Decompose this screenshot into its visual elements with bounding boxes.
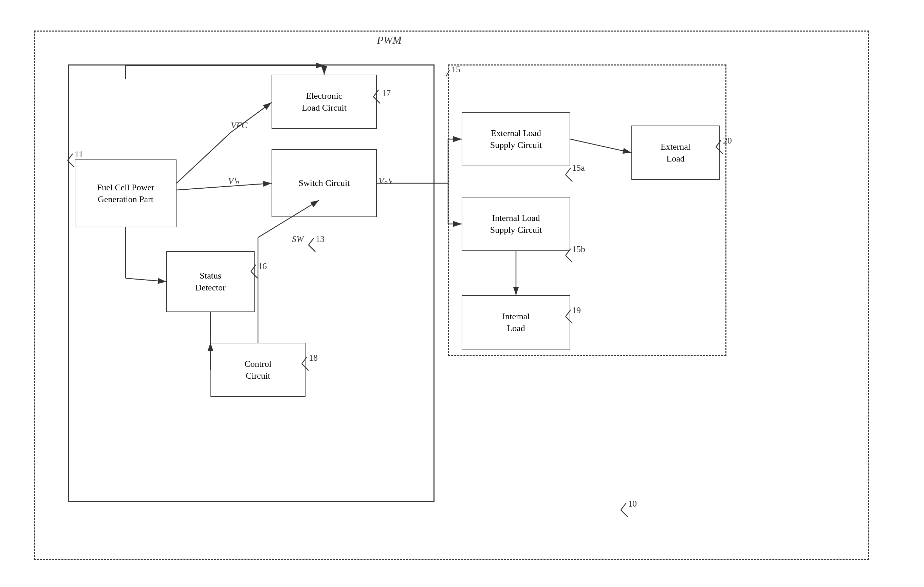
label-19: 19 <box>572 305 581 315</box>
label-16: 16 <box>258 261 267 272</box>
label-20: 20 <box>723 136 732 146</box>
label-15b: 15b <box>572 244 585 254</box>
label-vout: Vₒᴵₜ <box>378 176 392 186</box>
internal-load-supply-block: Internal LoadSupply Circuit <box>462 197 570 251</box>
label-13: 13 <box>316 234 325 244</box>
status-detector-block: StatusDetector <box>166 251 254 312</box>
internal-load-block: InternalLoad <box>462 295 570 350</box>
diagram-container: PWM Fuel Cell PowerGeneration Part Elect… <box>20 17 896 567</box>
label-sw: SW <box>292 234 304 244</box>
label-15a: 15a <box>572 163 585 173</box>
label-11: 11 <box>75 149 83 160</box>
external-load-block: ExternalLoad <box>631 125 719 180</box>
electronic-load-block: ElectronicLoad Circuit <box>272 75 377 129</box>
fuel-cell-block: Fuel Cell PowerGeneration Part <box>75 160 177 228</box>
switch-circuit-block: Switch Circuit <box>272 149 377 217</box>
label-15: 15 <box>452 64 460 75</box>
external-load-supply-block: External LoadSupply Circuit <box>462 112 570 166</box>
label-vfc: VFC <box>231 120 248 130</box>
pwm-label: PWM <box>377 34 402 46</box>
control-circuit-block: ControlCircuit <box>210 343 305 397</box>
label-17: 17 <box>382 88 391 98</box>
label-18: 18 <box>309 353 318 363</box>
label-10: 10 <box>628 499 637 509</box>
label-vin: Vᴵₙ <box>228 176 239 186</box>
